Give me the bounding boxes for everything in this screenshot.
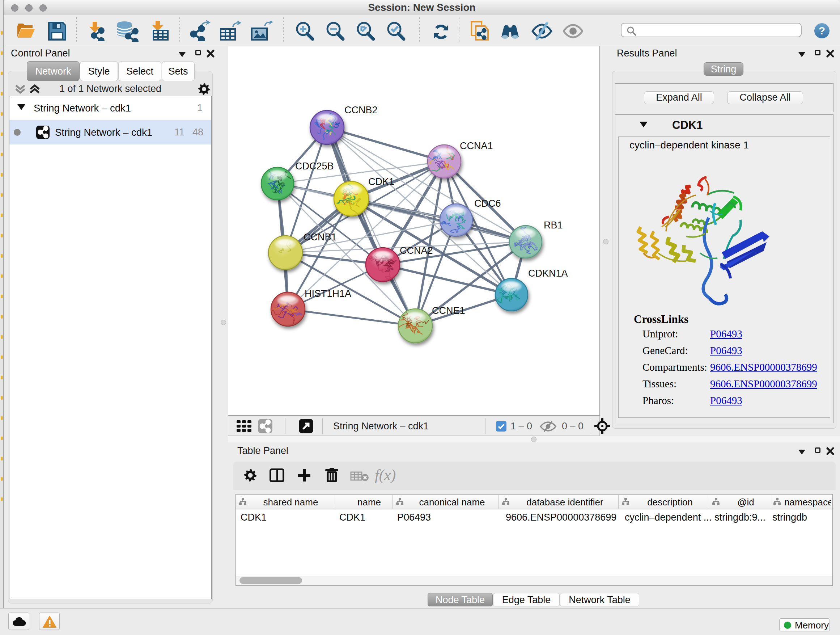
- svg-text:CCNA2: CCNA2: [400, 245, 433, 256]
- svg-text:CCNB1: CCNB1: [303, 232, 337, 242]
- svg-text:CDK1: CDK1: [368, 176, 394, 187]
- svg-text:HIST1H1A: HIST1H1A: [305, 288, 351, 299]
- svg-text:CCNA1: CCNA1: [460, 141, 493, 151]
- svg-text:CCNB2: CCNB2: [344, 105, 378, 116]
- svg-text:RB1: RB1: [544, 220, 563, 231]
- svg-text:CDKN1A: CDKN1A: [528, 268, 568, 279]
- svg-text:CDC25B: CDC25B: [295, 161, 334, 172]
- svg-text:CDC6: CDC6: [474, 198, 501, 209]
- svg-text:CCNE1: CCNE1: [432, 305, 465, 316]
